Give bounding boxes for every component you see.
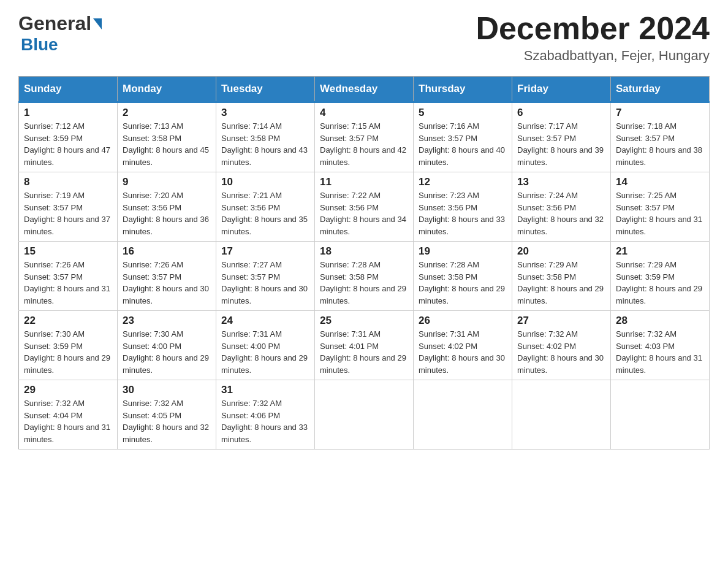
day-info: Sunrise: 7:22 AM Sunset: 3:56 PM Dayligh… bbox=[320, 190, 408, 237]
day-info: Sunrise: 7:12 AM Sunset: 3:59 PM Dayligh… bbox=[24, 120, 112, 168]
day-number: 1 bbox=[24, 107, 112, 119]
title-area: December 2024 Szabadbattyan, Fejer, Hung… bbox=[476, 12, 710, 64]
day-info: Sunrise: 7:20 AM Sunset: 3:56 PM Dayligh… bbox=[123, 190, 211, 237]
day-number: 6 bbox=[517, 107, 605, 119]
day-info: Sunrise: 7:30 AM Sunset: 4:00 PM Dayligh… bbox=[123, 328, 211, 376]
day-number: 7 bbox=[616, 107, 704, 119]
day-info: Sunrise: 7:28 AM Sunset: 3:58 PM Dayligh… bbox=[419, 259, 507, 307]
calendar-day-cell: 1 Sunrise: 7:12 AM Sunset: 3:59 PM Dayli… bbox=[19, 102, 118, 172]
header-wednesday: Wednesday bbox=[315, 77, 414, 102]
calendar-day-cell: 10 Sunrise: 7:21 AM Sunset: 3:56 PM Dayl… bbox=[216, 172, 315, 242]
day-number: 12 bbox=[419, 176, 507, 188]
calendar-day-cell bbox=[512, 380, 611, 450]
calendar-day-cell: 24 Sunrise: 7:31 AM Sunset: 4:00 PM Dayl… bbox=[216, 311, 315, 380]
day-info: Sunrise: 7:13 AM Sunset: 3:58 PM Dayligh… bbox=[123, 120, 211, 168]
day-number: 26 bbox=[419, 315, 507, 327]
calendar-day-cell: 21 Sunrise: 7:29 AM Sunset: 3:59 PM Dayl… bbox=[611, 242, 710, 311]
calendar-week-row: 29 Sunrise: 7:32 AM Sunset: 4:04 PM Dayl… bbox=[19, 380, 710, 450]
day-number: 17 bbox=[221, 245, 309, 258]
day-number: 9 bbox=[123, 176, 211, 188]
day-info: Sunrise: 7:32 AM Sunset: 4:02 PM Dayligh… bbox=[517, 328, 605, 376]
calendar-day-cell: 29 Sunrise: 7:32 AM Sunset: 4:04 PM Dayl… bbox=[19, 380, 118, 450]
day-number: 14 bbox=[616, 176, 704, 188]
calendar-day-cell: 25 Sunrise: 7:31 AM Sunset: 4:01 PM Dayl… bbox=[315, 311, 414, 380]
calendar-day-cell: 14 Sunrise: 7:25 AM Sunset: 3:57 PM Dayl… bbox=[611, 172, 710, 242]
day-number: 16 bbox=[123, 245, 211, 258]
calendar-day-cell bbox=[414, 380, 512, 450]
calendar-day-cell: 13 Sunrise: 7:24 AM Sunset: 3:56 PM Dayl… bbox=[512, 172, 611, 242]
calendar-day-cell: 17 Sunrise: 7:27 AM Sunset: 3:57 PM Dayl… bbox=[216, 242, 315, 311]
header-saturday: Saturday bbox=[611, 77, 710, 102]
day-number: 18 bbox=[320, 245, 408, 258]
day-number: 19 bbox=[419, 245, 507, 258]
day-info: Sunrise: 7:30 AM Sunset: 3:59 PM Dayligh… bbox=[24, 328, 112, 376]
day-info: Sunrise: 7:29 AM Sunset: 3:59 PM Dayligh… bbox=[616, 259, 704, 307]
day-number: 13 bbox=[517, 176, 605, 188]
day-number: 4 bbox=[320, 107, 408, 119]
day-number: 8 bbox=[24, 176, 112, 188]
day-info: Sunrise: 7:27 AM Sunset: 3:57 PM Dayligh… bbox=[221, 259, 309, 307]
day-number: 5 bbox=[419, 107, 507, 119]
day-number: 22 bbox=[24, 315, 112, 327]
day-info: Sunrise: 7:23 AM Sunset: 3:56 PM Dayligh… bbox=[419, 190, 507, 237]
page-header: General Blue December 2024 Szabadbattyan… bbox=[18, 12, 710, 64]
logo: General Blue bbox=[18, 12, 102, 55]
day-info: Sunrise: 7:31 AM Sunset: 4:01 PM Dayligh… bbox=[320, 328, 408, 376]
day-info: Sunrise: 7:18 AM Sunset: 3:57 PM Dayligh… bbox=[616, 120, 704, 168]
calendar-day-cell: 18 Sunrise: 7:28 AM Sunset: 3:58 PM Dayl… bbox=[315, 242, 414, 311]
day-info: Sunrise: 7:24 AM Sunset: 3:56 PM Dayligh… bbox=[517, 190, 605, 237]
calendar-day-cell: 31 Sunrise: 7:32 AM Sunset: 4:06 PM Dayl… bbox=[216, 380, 315, 450]
day-info: Sunrise: 7:25 AM Sunset: 3:57 PM Dayligh… bbox=[616, 190, 704, 237]
day-number: 27 bbox=[517, 315, 605, 327]
header-thursday: Thursday bbox=[414, 77, 512, 102]
calendar-day-cell: 5 Sunrise: 7:16 AM Sunset: 3:57 PM Dayli… bbox=[414, 102, 512, 172]
calendar-week-row: 8 Sunrise: 7:19 AM Sunset: 3:57 PM Dayli… bbox=[19, 172, 710, 242]
calendar-week-row: 22 Sunrise: 7:30 AM Sunset: 3:59 PM Dayl… bbox=[19, 311, 710, 380]
header-monday: Monday bbox=[118, 77, 216, 102]
calendar-day-cell: 15 Sunrise: 7:26 AM Sunset: 3:57 PM Dayl… bbox=[19, 242, 118, 311]
day-info: Sunrise: 7:28 AM Sunset: 3:58 PM Dayligh… bbox=[320, 259, 408, 307]
logo-blue: Blue bbox=[21, 35, 58, 55]
calendar-day-cell: 26 Sunrise: 7:31 AM Sunset: 4:02 PM Dayl… bbox=[414, 311, 512, 380]
header-friday: Friday bbox=[512, 77, 611, 102]
day-info: Sunrise: 7:32 AM Sunset: 4:05 PM Dayligh… bbox=[123, 397, 211, 445]
day-number: 28 bbox=[616, 315, 704, 327]
day-info: Sunrise: 7:31 AM Sunset: 4:02 PM Dayligh… bbox=[419, 328, 507, 376]
day-number: 15 bbox=[24, 245, 112, 258]
calendar-day-cell: 9 Sunrise: 7:20 AM Sunset: 3:56 PM Dayli… bbox=[118, 172, 216, 242]
day-number: 2 bbox=[123, 107, 211, 119]
day-number: 29 bbox=[24, 384, 112, 396]
header-tuesday: Tuesday bbox=[216, 77, 315, 102]
day-number: 11 bbox=[320, 176, 408, 188]
location-subtitle: Szabadbattyan, Fejer, Hungary bbox=[476, 48, 710, 64]
calendar-day-cell: 4 Sunrise: 7:15 AM Sunset: 3:57 PM Dayli… bbox=[315, 102, 414, 172]
logo-general: General bbox=[18, 12, 91, 35]
calendar-day-cell: 23 Sunrise: 7:30 AM Sunset: 4:00 PM Dayl… bbox=[118, 311, 216, 380]
day-number: 3 bbox=[221, 107, 309, 119]
calendar-day-cell: 12 Sunrise: 7:23 AM Sunset: 3:56 PM Dayl… bbox=[414, 172, 512, 242]
day-info: Sunrise: 7:32 AM Sunset: 4:06 PM Dayligh… bbox=[221, 397, 309, 445]
calendar-day-cell: 11 Sunrise: 7:22 AM Sunset: 3:56 PM Dayl… bbox=[315, 172, 414, 242]
calendar-day-cell: 20 Sunrise: 7:29 AM Sunset: 3:58 PM Dayl… bbox=[512, 242, 611, 311]
day-info: Sunrise: 7:19 AM Sunset: 3:57 PM Dayligh… bbox=[24, 190, 112, 237]
calendar-day-cell: 6 Sunrise: 7:17 AM Sunset: 3:57 PM Dayli… bbox=[512, 102, 611, 172]
weekday-header-row: Sunday Monday Tuesday Wednesday Thursday… bbox=[19, 77, 710, 102]
day-info: Sunrise: 7:29 AM Sunset: 3:58 PM Dayligh… bbox=[517, 259, 605, 307]
calendar-day-cell: 28 Sunrise: 7:32 AM Sunset: 4:03 PM Dayl… bbox=[611, 311, 710, 380]
day-number: 20 bbox=[517, 245, 605, 258]
calendar-week-row: 15 Sunrise: 7:26 AM Sunset: 3:57 PM Dayl… bbox=[19, 242, 710, 311]
calendar-day-cell: 3 Sunrise: 7:14 AM Sunset: 3:58 PM Dayli… bbox=[216, 102, 315, 172]
day-info: Sunrise: 7:26 AM Sunset: 3:57 PM Dayligh… bbox=[24, 259, 112, 307]
day-number: 24 bbox=[221, 315, 309, 327]
day-info: Sunrise: 7:32 AM Sunset: 4:03 PM Dayligh… bbox=[616, 328, 704, 376]
day-info: Sunrise: 7:17 AM Sunset: 3:57 PM Dayligh… bbox=[517, 120, 605, 168]
calendar-day-cell bbox=[611, 380, 710, 450]
month-title: December 2024 bbox=[476, 12, 710, 44]
calendar-day-cell: 7 Sunrise: 7:18 AM Sunset: 3:57 PM Dayli… bbox=[611, 102, 710, 172]
day-number: 31 bbox=[221, 384, 309, 396]
day-number: 30 bbox=[123, 384, 211, 396]
header-sunday: Sunday bbox=[19, 77, 118, 102]
day-number: 21 bbox=[616, 245, 704, 258]
day-info: Sunrise: 7:15 AM Sunset: 3:57 PM Dayligh… bbox=[320, 120, 408, 168]
day-number: 23 bbox=[123, 315, 211, 327]
